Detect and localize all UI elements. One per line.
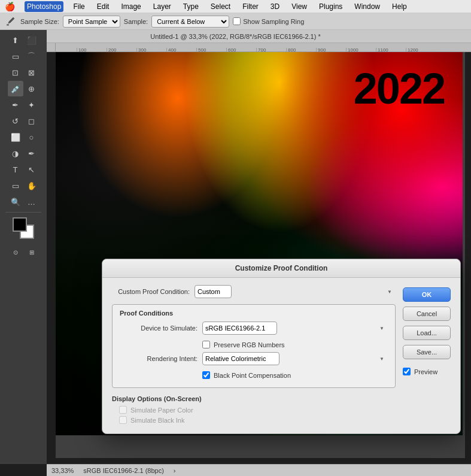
device-select-wrapper: sRGB IEC61966-2.1 ▼ (202, 322, 388, 335)
horizontal-ruler: 0 100 200 300 400 500 600 700 800 900 10… (47, 43, 471, 52)
simulate-paper-label: Simulate Paper Color (130, 407, 193, 414)
window-titlebar: Untitled-1 @ 33,3% (2022, RGB/8*/sRGB IE… (0, 30, 471, 43)
sample-size-select[interactable]: Point Sample (63, 16, 120, 28)
menu-file[interactable]: File (71, 1, 87, 12)
black-point-label: Black Point Compensation (214, 372, 291, 379)
show-sampling-ring-area[interactable]: Show Sampling Ring (233, 17, 304, 25)
clone-stamp-tool[interactable]: ✦ (24, 97, 39, 113)
ruler-tick: 200 (107, 48, 136, 51)
blur-tool[interactable]: ○ (24, 129, 39, 145)
save-button[interactable]: Save... (403, 345, 451, 359)
ruler-tick: 400 (166, 48, 196, 51)
apple-icon[interactable]: 🍎 (5, 2, 15, 11)
menu-3d[interactable]: 3D (268, 1, 282, 12)
dialog-buttons: OK Cancel Load... Save... Preview (403, 285, 451, 426)
menu-edit[interactable]: Edit (95, 1, 112, 12)
sample-size-label: Sample Size: (20, 18, 59, 25)
black-point-checkbox[interactable] (202, 371, 210, 379)
simulate-black-checkbox[interactable] (119, 416, 127, 424)
black-point-row: Black Point Compensation (120, 371, 388, 379)
menu-layer[interactable]: Layer (151, 1, 174, 12)
rendering-select-wrapper: Relative Colorimetric Perceptual Saturat… (202, 352, 388, 365)
menu-plugins[interactable]: Plugins (317, 1, 345, 12)
eyedropper-tool[interactable]: 💉 (8, 81, 23, 96)
chevron-down-icon: ▼ (387, 289, 392, 295)
preserve-rgb-checkbox[interactable] (202, 341, 210, 348)
menu-image[interactable]: Image (118, 1, 143, 12)
path-select-tool[interactable]: ↖ (24, 162, 39, 177)
history-brush-tool[interactable]: ↺ (8, 113, 23, 129)
dialog-main-content: Custom Proof Condition: Custom ▼ Proof C… (112, 285, 396, 426)
menu-help[interactable]: Help (390, 1, 409, 12)
window-title: Untitled-1 @ 33,3% (2022, RGB/8*/sRGB IE… (150, 33, 320, 40)
rendering-label: Rendering Intent: (120, 355, 197, 362)
menu-window[interactable]: Window (352, 1, 382, 12)
ruler-tick: 1100 (376, 48, 406, 51)
zoom-tool[interactable]: 🔍 (8, 194, 23, 210)
ruler-tick: 300 (136, 48, 166, 51)
menu-bar: 🍎 Photoshop File Edit Image Layer Type S… (0, 0, 471, 13)
rendering-select[interactable]: Relative Colorimetric Perceptual Saturat… (202, 352, 279, 365)
color-swatches[interactable] (13, 217, 34, 239)
ruler-tick: 600 (226, 48, 256, 51)
custom-proof-select[interactable]: Custom (195, 285, 232, 298)
preserve-rgb-label: Preserve RGB Numbers (214, 341, 285, 348)
menu-filter[interactable]: Filter (240, 1, 261, 12)
preview-label: Preview (414, 368, 437, 375)
preview-checkbox[interactable] (403, 368, 411, 375)
screen-mode-tool[interactable]: ⊞ (24, 244, 39, 260)
device-label: Device to Simulate: (120, 325, 197, 332)
crop-tool[interactable]: ⊡ (8, 65, 23, 80)
zoom-level: 33,33% (51, 467, 74, 474)
customize-proof-dialog: Customize Proof Condition Custom Proof C… (102, 259, 461, 434)
quick-mask-tool[interactable]: ⊙ (8, 244, 23, 260)
color-profile: sRGB IEC61966-2.1 (8bpc) (83, 467, 164, 474)
foreground-color-swatch[interactable] (13, 217, 27, 232)
dialog-title: Customize Proof Condition (102, 259, 460, 278)
rendering-chevron-icon: ▼ (379, 356, 384, 362)
simulate-black-label: Simulate Black Ink (130, 417, 184, 424)
left-toolbar: ⬆ ⬛ ▭ ⌒ ⊡ ⊠ 💉 ⊕ ✒ ✦ ↺ ◻ ⬜ ○ ◑ ✒ T ↖ ▭ ✋ … (0, 30, 47, 464)
menu-photoshop[interactable]: Photoshop (25, 1, 63, 12)
menu-view[interactable]: View (289, 1, 309, 12)
show-sampling-ring-checkbox[interactable] (233, 17, 241, 25)
simulate-paper-row: Simulate Paper Color (112, 406, 396, 414)
device-select[interactable]: sRGB IEC61966-2.1 (202, 322, 277, 335)
spot-heal-tool[interactable]: ⊕ (24, 81, 39, 96)
proof-conditions-label: Proof Conditions (120, 310, 388, 317)
pen-tool[interactable]: ✒ (24, 145, 39, 161)
eyedropper-tool-icon[interactable] (4, 15, 17, 28)
svg-rect-0 (7, 24, 9, 26)
lasso-tool[interactable]: ⌒ (24, 48, 39, 64)
move-tool[interactable]: ⬆ (8, 32, 23, 48)
rectangle-select-tool[interactable]: ▭ (8, 48, 23, 64)
display-options-label: Display Options (On-Screen) (112, 395, 396, 402)
menu-type[interactable]: Type (181, 1, 201, 12)
shape-tool[interactable]: ▭ (8, 178, 23, 193)
load-button[interactable]: Load... (403, 326, 451, 340)
ruler-tick: 500 (196, 48, 226, 51)
extra-tool[interactable]: … (24, 194, 39, 210)
canvas-year-text: 2022 (354, 64, 445, 113)
cancel-button[interactable]: Cancel (403, 307, 451, 321)
display-options-section: Display Options (On-Screen) Simulate Pap… (112, 390, 396, 424)
forward-arrow-icon[interactable]: › (174, 467, 176, 474)
eraser-tool[interactable]: ◻ (24, 113, 39, 129)
proof-conditions-group: Proof Conditions Device to Simulate: sRG… (112, 304, 396, 388)
frame-tool[interactable]: ⊠ (24, 65, 39, 80)
brush-tool[interactable]: ✒ (8, 97, 23, 113)
sample-select[interactable]: Current & Below (151, 16, 229, 28)
ok-button[interactable]: OK (403, 287, 451, 302)
ruler-tick: 100 (77, 48, 107, 51)
simulate-paper-checkbox[interactable] (119, 406, 127, 414)
ruler-tick: 900 (316, 48, 346, 51)
ruler-tick: 1000 (346, 48, 376, 51)
custom-proof-select-wrapper: Custom ▼ (195, 285, 396, 298)
gradient-tool[interactable]: ⬜ (8, 129, 23, 145)
hand-tool[interactable]: ✋ (24, 178, 39, 193)
menu-select[interactable]: Select (208, 1, 233, 12)
artboard-tool[interactable]: ⬛ (24, 32, 39, 48)
dodge-tool[interactable]: ◑ (8, 145, 23, 161)
preview-row: Preview (403, 364, 451, 375)
text-tool[interactable]: T (8, 162, 23, 177)
